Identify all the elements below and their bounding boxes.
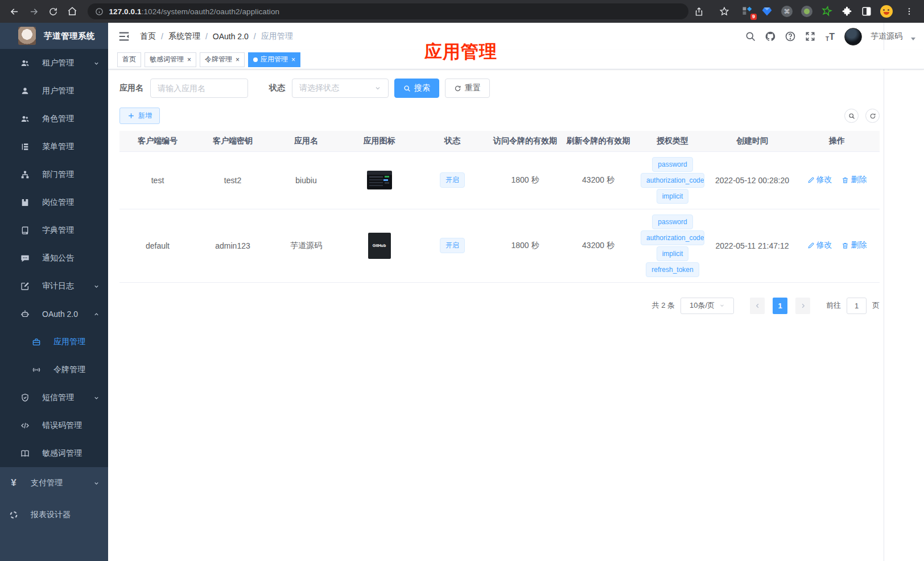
sidebar-item-oauth-token[interactable]: 令牌管理	[0, 356, 108, 383]
tab-token[interactable]: 令牌管理 ×	[200, 52, 245, 67]
sidebar-item-tenant[interactable]: 租户管理	[0, 49, 108, 77]
table-row: default admin123 芋道源码 GitHub 开启 1800 秒 4…	[119, 209, 880, 282]
breadcrumb-home[interactable]: 首页	[140, 31, 156, 42]
browser-menu-icon[interactable]	[900, 2, 918, 20]
cell-client-secret: test2	[196, 151, 270, 209]
browser-home-button[interactable]	[63, 2, 81, 20]
next-page-button[interactable]	[795, 298, 810, 314]
sidebar-item-sensitive-word[interactable]: 敏感词管理	[0, 439, 108, 467]
code-icon	[20, 421, 30, 430]
goto-page-input[interactable]	[847, 298, 867, 314]
extension-command-icon[interactable]: ⌘	[781, 5, 793, 18]
reset-button[interactable]: 重置	[445, 79, 490, 98]
sidebar-item-role[interactable]: 角色管理	[0, 105, 108, 133]
delete-link[interactable]: 删除	[842, 175, 867, 185]
share-icon[interactable]	[690, 2, 708, 20]
tab-application[interactable]: 应用管理 ×	[248, 52, 300, 67]
dictionary-icon	[20, 226, 30, 235]
sidebar-item-dept[interactable]: 部门管理	[0, 160, 108, 188]
table-header-row: 客户端编号 客户端密钥 应用名 应用图标 状态 访问令牌的有效期 刷新令牌的有效…	[119, 131, 880, 151]
extension-puzzle-icon[interactable]	[840, 5, 853, 18]
browser-chrome: 127.0.0.1:1024/system/oauth2/oauth2/appl…	[0, 0, 924, 23]
col-access-token-validity: 访问令牌的有效期	[489, 131, 562, 151]
close-icon[interactable]: ×	[291, 56, 295, 63]
chevron-down-icon	[93, 480, 100, 486]
add-button[interactable]: 新增	[119, 108, 160, 124]
status-select[interactable]: 请选择状态	[292, 79, 389, 98]
grant-type-tags: password authorization_code implicit ref…	[637, 214, 708, 277]
edit-link[interactable]: 修改	[807, 240, 832, 250]
col-client-id: 客户端编号	[119, 131, 196, 151]
edit-square-icon	[20, 282, 30, 291]
total-count: 共 2 条	[652, 300, 675, 311]
split-screen-icon[interactable]	[860, 5, 873, 18]
show-search-toggle-button[interactable]	[844, 109, 859, 123]
sidebar-item-oauth-application[interactable]: 应用管理	[0, 328, 108, 356]
extension-record-icon[interactable]	[801, 5, 813, 18]
refresh-table-button[interactable]	[865, 109, 880, 123]
extension-star-icon[interactable]	[820, 5, 833, 18]
yen-icon: ¥	[9, 477, 18, 489]
search-button[interactable]: 搜索	[394, 79, 439, 98]
user-avatar[interactable]	[844, 28, 862, 46]
help-icon[interactable]	[785, 31, 796, 42]
close-icon[interactable]: ×	[236, 56, 240, 63]
sidebar-item-dict[interactable]: 字典管理	[0, 216, 108, 244]
bookmark-star-icon[interactable]	[715, 2, 733, 20]
breadcrumb-system[interactable]: 系统管理	[168, 31, 200, 42]
github-icon[interactable]	[765, 31, 776, 42]
sidebar-item-report-designer[interactable]: 报表设计器	[0, 499, 108, 531]
browser-address-bar[interactable]: 127.0.0.1:1024/system/oauth2/oauth2/appl…	[88, 3, 688, 19]
sidebar-item-menu[interactable]: 菜单管理	[0, 133, 108, 160]
sidebar-item-post[interactable]: 岗位管理	[0, 188, 108, 216]
grant-type-tags: password authorization_code implicit	[637, 157, 708, 204]
username[interactable]: 芋道源码	[871, 31, 902, 42]
page-size-select[interactable]: 10条/页	[680, 298, 734, 314]
edit-link[interactable]: 修改	[807, 175, 832, 185]
broadcast-icon	[32, 365, 41, 374]
browser-forward-button[interactable]	[25, 2, 43, 20]
app-logo[interactable]: 芋道管理系统	[0, 23, 108, 49]
sidebar-item-error-code[interactable]: 错误码管理	[0, 411, 108, 439]
open-book-icon	[20, 449, 30, 458]
sidebar-toggle-icon[interactable]	[118, 30, 130, 43]
caret-down-icon[interactable]	[911, 38, 915, 40]
sidebar-item-sms[interactable]: 短信管理	[0, 383, 108, 411]
breadcrumb-oauth[interactable]: OAuth 2.0	[213, 32, 249, 41]
user-icon	[20, 86, 30, 96]
col-app-name: 应用名	[270, 131, 343, 151]
tab-home[interactable]: 首页	[117, 52, 141, 67]
logo-avatar	[18, 27, 36, 45]
search-icon[interactable]	[745, 31, 756, 42]
profile-avatar-icon[interactable]	[880, 5, 893, 18]
browser-reload-button[interactable]	[44, 2, 62, 20]
status-badge: 开启	[440, 238, 465, 253]
site-info-icon[interactable]	[95, 7, 104, 16]
cell-app-name: 芋道源码	[270, 209, 343, 282]
browser-back-button[interactable]	[6, 2, 24, 20]
tab-sensitive-word[interactable]: 敏感词管理 ×	[145, 52, 196, 67]
app-title: 芋道管理系统	[44, 31, 95, 42]
close-icon[interactable]: ×	[187, 56, 191, 63]
sidebar-item-audit-log[interactable]: 审计日志	[0, 272, 108, 300]
delete-link[interactable]: 删除	[842, 240, 867, 250]
sidebar-item-oauth[interactable]: OAuth 2.0	[0, 300, 108, 328]
sidebar-item-user[interactable]: 用户管理	[0, 77, 108, 105]
fullscreen-icon[interactable]	[805, 31, 816, 42]
app-name-input[interactable]	[150, 79, 248, 98]
extension-gem-icon[interactable]	[761, 5, 773, 18]
table-row: test test2 biubiu 开启 1800 秒 43200 秒 pass…	[119, 151, 880, 209]
sidebar-item-notice[interactable]: 通知公告	[0, 244, 108, 272]
cell-refresh-validity: 43200 秒	[562, 151, 635, 209]
active-dot	[253, 57, 258, 62]
prev-page-button[interactable]	[750, 298, 765, 314]
app-icon-thumbnail	[367, 171, 392, 189]
status-badge: 开启	[440, 172, 465, 188]
sidebar-item-payment[interactable]: ¥ 支付管理	[0, 467, 108, 499]
extension-grid-icon[interactable]: 9	[741, 5, 753, 18]
message-bubble-icon	[20, 254, 30, 263]
breadcrumb-current: 应用管理	[261, 31, 293, 42]
font-size-icon[interactable]: TT	[824, 31, 836, 42]
page-number-1[interactable]: 1	[773, 298, 787, 314]
cell-refresh-validity: 43200 秒	[562, 209, 635, 282]
